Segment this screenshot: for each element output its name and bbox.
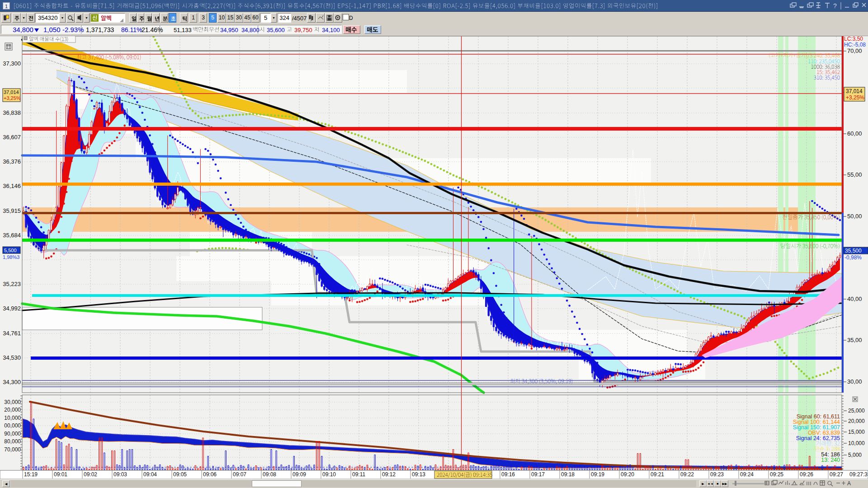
svg-text:09:08: 09:08 [263, 471, 276, 478]
svg-text:25,000: 25,000 [848, 408, 865, 414]
svg-text:34,300: 34,300 [3, 379, 21, 385]
svg-text:15,000: 15,000 [848, 429, 865, 435]
svg-text:30,000: 30,000 [4, 399, 21, 405]
svg-text:50,00: 50,00 [847, 213, 862, 220]
svg-text:09:17: 09:17 [531, 471, 545, 478]
svg-text:36,146: 36,146 [3, 183, 21, 189]
svg-text:37,300: 37,300 [3, 60, 21, 67]
svg-text:09:06: 09:06 [203, 471, 217, 478]
svg-text:09:26: 09:26 [800, 471, 813, 478]
svg-text:09:12: 09:12 [382, 471, 396, 478]
svg-text:09:22: 09:22 [680, 471, 694, 478]
svg-text:35,00: 35,00 [847, 337, 862, 343]
svg-text:90,000: 90,000 [4, 431, 21, 437]
svg-text:09:09: 09:09 [292, 471, 306, 478]
svg-text:13: 240: 13: 240 [821, 457, 840, 463]
svg-text:+3,25%: +3,25% [846, 94, 864, 101]
svg-text:09:27:3: 09:27:3 [849, 471, 868, 478]
svg-text:09:23: 09:23 [710, 471, 724, 478]
svg-text:09:07: 09:07 [233, 471, 246, 478]
svg-text:36,838: 36,838 [3, 109, 21, 116]
svg-text:35,915: 35,915 [3, 207, 21, 214]
svg-text:?: ? [833, 2, 837, 9]
svg-text:1,98%3: 1,98%3 [3, 254, 19, 260]
svg-text:70,00: 70,00 [847, 47, 862, 54]
svg-text:37,014: 37,014 [846, 88, 863, 94]
svg-text:09:03: 09:03 [113, 471, 127, 478]
svg-text:80,000: 80,000 [4, 438, 21, 445]
svg-text:5,500: 5,500 [4, 248, 17, 253]
svg-text:20,000: 20,000 [848, 418, 865, 424]
svg-text:40,00: 40,00 [847, 296, 862, 302]
svg-text:30,00: 30,00 [847, 378, 862, 385]
svg-text:09:25: 09:25 [770, 471, 783, 478]
svg-text:09:04: 09:04 [143, 471, 157, 478]
svg-text:35,223: 35,223 [3, 281, 21, 287]
svg-text:35,684: 35,684 [3, 232, 21, 239]
svg-text:37,014: 37,014 [4, 89, 19, 95]
svg-text:70,000: 70,000 [4, 446, 21, 453]
svg-text:09:05: 09:05 [173, 471, 187, 478]
svg-text:10,000: 10,000 [4, 415, 21, 421]
svg-text:09:01: 09:01 [54, 471, 67, 478]
svg-text:09:19: 09:19 [591, 471, 604, 478]
svg-text:10,000: 10,000 [848, 440, 865, 446]
svg-text:34,992: 34,992 [3, 305, 21, 312]
svg-text:09:20: 09:20 [621, 471, 634, 478]
svg-text:-0,98%: -0,98% [844, 254, 862, 261]
svg-text:09:16: 09:16 [501, 471, 515, 478]
svg-text:35,500: 35,500 [845, 248, 862, 254]
svg-text:55,00: 55,00 [847, 171, 862, 178]
svg-text:00,000: 00,000 [4, 422, 21, 429]
svg-text:20,000: 20,000 [4, 407, 21, 413]
svg-text:09:11: 09:11 [352, 471, 365, 478]
svg-text:36,376: 36,376 [3, 158, 21, 165]
svg-text:60,00: 60,00 [847, 130, 862, 137]
svg-text:5,000: 5,000 [848, 452, 862, 458]
svg-text:09:10: 09:10 [322, 471, 336, 478]
svg-text:09:21: 09:21 [651, 471, 664, 478]
svg-text:09:02: 09:02 [84, 471, 97, 478]
svg-text:34,761: 34,761 [3, 330, 21, 337]
svg-text:09:24: 09:24 [740, 471, 754, 478]
svg-text:A: A [847, 480, 851, 487]
svg-text:09:27: 09:27 [830, 471, 843, 478]
svg-text:09:13: 09:13 [412, 471, 425, 478]
svg-text:Signal 24: 62,735: Signal 24: 62,735 [796, 435, 840, 441]
svg-text:09:18: 09:18 [561, 471, 575, 478]
svg-text:36,607: 36,607 [3, 134, 21, 141]
svg-text:+3,25%: +3,25% [4, 95, 21, 101]
svg-text:15:19: 15:19 [24, 471, 38, 478]
svg-text:HC:-5,08: HC:-5,08 [844, 42, 866, 48]
svg-text:34,530: 34,530 [3, 354, 21, 361]
